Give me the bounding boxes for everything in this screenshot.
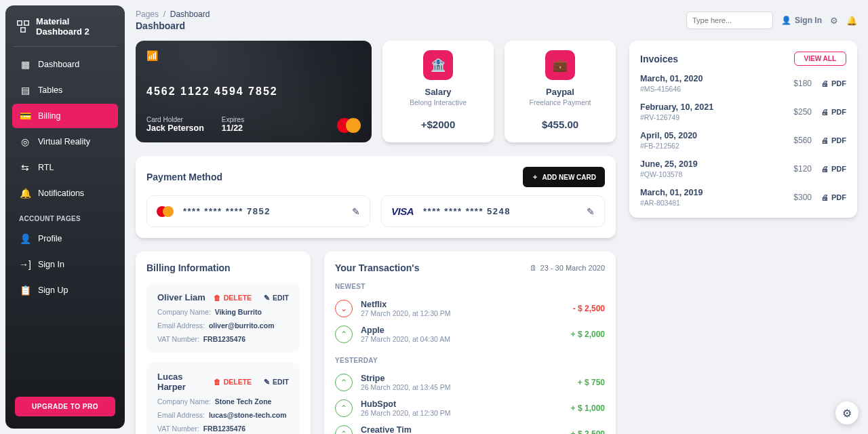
- search-input[interactable]: [686, 12, 773, 29]
- invoice-id: #AR-803481: [640, 199, 703, 207]
- pdf-button[interactable]: 🖨PDF: [821, 165, 846, 173]
- sidebar-item-profile[interactable]: 👤Profile: [12, 226, 118, 251]
- arrow-up-icon: ⌃: [335, 425, 353, 434]
- edit-icon[interactable]: ✎: [587, 206, 595, 217]
- tx-newest-label: NEWEST: [335, 283, 605, 290]
- info-card-salary: 🏦 Salary Belong Interactive +$2000: [382, 41, 494, 142]
- signin-link[interactable]: 👤 Sign In: [781, 16, 822, 25]
- edit-button[interactable]: ✎EDIT: [264, 378, 289, 386]
- pdf-button[interactable]: 🖨PDF: [821, 136, 846, 144]
- info-sub: Freelance Payment: [529, 98, 591, 106]
- invoice-date: June, 25, 2019: [640, 159, 698, 169]
- info-title: Salary: [425, 87, 451, 97]
- billing-info-card: Billing Information Oliver Liam 🗑DELETE …: [136, 252, 311, 434]
- tx-date: 26 March 2020, at 13:45 PM: [361, 383, 451, 391]
- svg-rect-2: [20, 28, 24, 32]
- pdf-icon: 🖨: [821, 108, 829, 116]
- pdf-icon: 🖨: [821, 193, 829, 201]
- transactions-title: Your Transaction's: [335, 262, 419, 273]
- tx-amount: + $ 750: [578, 378, 605, 387]
- delete-button[interactable]: 🗑DELETE: [214, 294, 252, 302]
- invoice-amount: $300: [793, 193, 812, 202]
- pdf-icon: 🖨: [821, 79, 829, 87]
- settings-fab[interactable]: ⚙: [835, 401, 859, 425]
- edit-icon[interactable]: ✎: [352, 206, 360, 217]
- arrow-up-icon: ⌃: [335, 326, 353, 343]
- tx-date: 26 March 2020, at 12:30 PM: [361, 409, 451, 417]
- tx-name: Apple: [361, 326, 450, 335]
- sidebar-item-sign-in[interactable]: →]Sign In: [12, 252, 118, 277]
- tx-amount: - $ 2,500: [573, 304, 605, 313]
- info-amount: $455.00: [542, 119, 578, 130]
- invoice-date: February, 10, 2021: [640, 102, 713, 112]
- main: Pages / Dashboard Dashboard 👤 Sign In ⚙ …: [125, 0, 868, 434]
- breadcrumb-root[interactable]: Pages: [136, 9, 159, 19]
- transaction-row: ⌄ Netflix 27 March 2020, at 12:30 PM - $…: [335, 296, 605, 321]
- sidebar-item-sign-up[interactable]: 📋Sign Up: [12, 278, 118, 302]
- transaction-row: ⌃ HubSpot 26 March 2020, at 12:30 PM + $…: [335, 395, 605, 421]
- tx-yesterday-label: YESTERDAY: [335, 357, 605, 364]
- signin-label: Sign In: [795, 16, 822, 25]
- payment-method-title: Payment Method: [146, 172, 222, 182]
- mastercard-icon: [337, 118, 361, 133]
- transactions-card: Your Transaction's 🗓 23 - 30 March 2020 …: [324, 252, 616, 434]
- invoice-row: March, 01, 2020 #MS-415646 $180 🖨PDF: [640, 74, 846, 93]
- nav-label: Profile: [38, 234, 62, 243]
- sidebar-item-dashboard[interactable]: ▦Dashboard: [12, 52, 118, 77]
- payment-card: VISA**** **** **** 5248 ✎: [381, 195, 605, 227]
- visa-icon: VISA: [391, 205, 414, 217]
- payment-method-card: Payment Method ＋ ADD NEW CARD **** **** …: [136, 156, 616, 238]
- pdf-button[interactable]: 🖨PDF: [821, 193, 846, 201]
- sidebar-item-rtl[interactable]: ⇆RTL: [12, 155, 118, 180]
- nav-icon: 👤: [19, 233, 31, 245]
- invoice-amount: $120: [793, 164, 812, 174]
- gear-icon[interactable]: ⚙: [830, 16, 838, 26]
- transactions-range: 🗓 23 - 30 March 2020: [530, 264, 605, 272]
- pdf-button[interactable]: 🖨PDF: [821, 79, 846, 87]
- nav-icon: 🔔: [19, 187, 31, 199]
- info-amount: +$2000: [421, 119, 455, 130]
- nav-icon: ⇆: [19, 161, 31, 174]
- nav-icon: 💳: [19, 110, 31, 122]
- nav-icon: 📋: [19, 284, 31, 296]
- svg-rect-1: [24, 21, 28, 25]
- pencil-icon: ✎: [264, 294, 270, 302]
- invoice-id: #RV-126749: [640, 113, 713, 121]
- add-card-button[interactable]: ＋ ADD NEW CARD: [523, 167, 605, 187]
- nav-label: Sign In: [38, 260, 64, 269]
- invoices-title: Invoices: [640, 54, 678, 64]
- sidebar-item-tables[interactable]: ▤Tables: [12, 78, 118, 102]
- nav-icon: →]: [19, 258, 31, 271]
- invoice-date: March, 01, 2020: [640, 74, 703, 83]
- sidebar-item-virtual-reality[interactable]: ◎Virtual Reality: [12, 130, 118, 154]
- sidebar: Material Dashboard 2 ▦Dashboard▤Tables💳B…: [5, 5, 125, 429]
- billing-item: Oliver Liam 🗑DELETE ✎EDIT Company Name: …: [146, 283, 300, 353]
- invoice-row: February, 10, 2021 #RV-126749 $250 🖨PDF: [640, 102, 846, 121]
- invoice-id: #MS-415646: [640, 85, 703, 93]
- nav-icon: ◎: [19, 136, 31, 148]
- bell-icon[interactable]: 🔔: [846, 16, 857, 26]
- view-all-button[interactable]: VIEW ALL: [794, 52, 846, 66]
- billing-name: Oliver Liam: [157, 292, 205, 302]
- arrow-down-icon: ⌄: [335, 300, 353, 317]
- invoice-row: April, 05, 2020 #FB-212562 $560 🖨PDF: [640, 131, 846, 150]
- delete-button[interactable]: 🗑DELETE: [214, 378, 252, 386]
- transaction-row: ⌃ Apple 27 March 2020, at 04:30 AM + $ 2…: [335, 321, 605, 347]
- brand-name: Material Dashboard 2: [36, 16, 115, 37]
- upgrade-button[interactable]: UPGRADE TO PRO: [15, 397, 115, 416]
- sidebar-item-notifications[interactable]: 🔔Notifications: [12, 181, 118, 205]
- invoice-amount: $560: [793, 136, 812, 145]
- invoice-id: #FB-212562: [640, 142, 697, 150]
- invoice-id: #QW-103578: [640, 170, 698, 178]
- invoice-date: March, 01, 2019: [640, 188, 703, 197]
- nav-account: 👤Profile→]Sign In📋Sign Up: [5, 226, 125, 302]
- svg-rect-0: [17, 21, 21, 25]
- topbar: Pages / Dashboard Dashboard 👤 Sign In ⚙ …: [136, 5, 857, 33]
- edit-button[interactable]: ✎EDIT: [264, 294, 289, 302]
- invoices-card: Invoices VIEW ALL March, 01, 2020 #MS-41…: [629, 41, 857, 218]
- top-actions: 👤 Sign In ⚙ 🔔: [686, 12, 857, 29]
- sidebar-item-billing[interactable]: 💳Billing: [12, 104, 118, 128]
- pdf-button[interactable]: 🖨PDF: [821, 108, 846, 116]
- nav-section-label: Account Pages: [5, 205, 125, 226]
- tx-date: 27 March 2020, at 04:30 AM: [361, 335, 450, 343]
